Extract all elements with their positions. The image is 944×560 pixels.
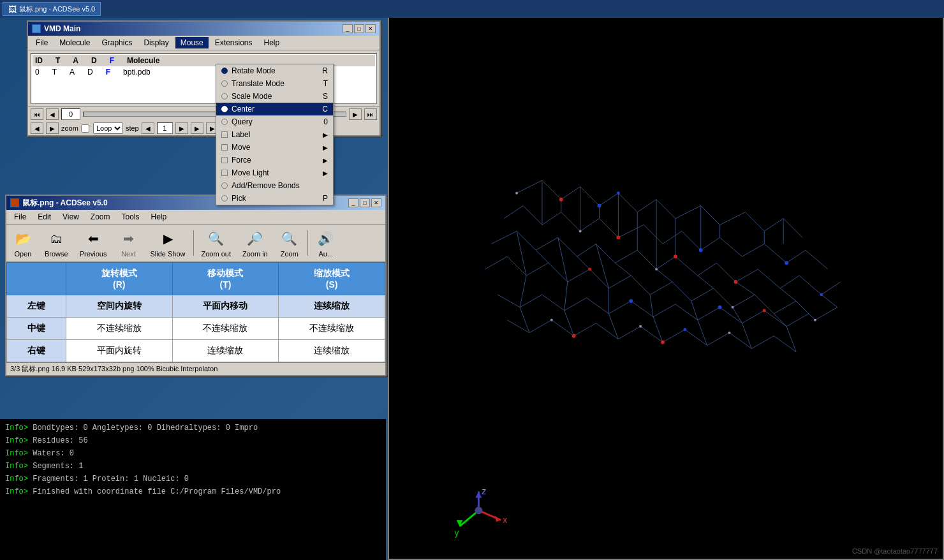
menu-move[interactable]: Move ▶ — [216, 141, 333, 154]
next-button[interactable]: ➡ Next — [114, 227, 142, 259]
play-end-button[interactable]: ⏭ — [364, 108, 377, 120]
svg-line-95 — [653, 304, 675, 317]
zoom-checkbox[interactable] — [81, 124, 89, 133]
table-cell-right-move: 连续缩放 — [172, 340, 279, 362]
acdsee-menu-file[interactable]: File — [9, 211, 31, 223]
svg-line-84 — [698, 276, 714, 288]
move-arrow: ▶ — [323, 144, 328, 151]
svg-line-27 — [764, 244, 786, 263]
maximize-button[interactable]: □ — [354, 24, 364, 33]
svg-line-62 — [796, 301, 815, 320]
previous-button[interactable]: ⬅ Previous — [76, 227, 111, 259]
play-prev-button[interactable]: ◀ — [46, 108, 59, 120]
menu-add-remove-bonds[interactable]: Add/Remove Bonds — [216, 179, 333, 192]
step-input[interactable] — [157, 122, 173, 134]
menu-query[interactable]: Query 0 — [216, 115, 333, 128]
svg-line-119 — [691, 301, 698, 320]
menu-label[interactable]: Label ▶ — [216, 128, 333, 141]
svg-point-152 — [814, 319, 816, 321]
mol-canvas[interactable]: y z x CSDN @taotaotao7777777 — [389, 15, 943, 559]
svg-line-5 — [618, 193, 637, 212]
step-down-button[interactable]: ◀ — [142, 122, 154, 134]
svg-line-63 — [815, 307, 837, 320]
svg-line-31 — [517, 231, 536, 250]
svg-line-14 — [504, 206, 523, 219]
center-radio — [221, 106, 228, 112]
acdsee-menu-edit[interactable]: Edit — [33, 211, 56, 223]
svg-line-2 — [561, 187, 580, 200]
menu-display[interactable]: Display — [138, 37, 173, 48]
menu-center[interactable]: Center C — [216, 103, 333, 115]
close-button[interactable]: ✕ — [365, 24, 376, 33]
svg-line-124 — [608, 314, 618, 339]
svg-line-55 — [650, 282, 672, 295]
svg-line-105 — [574, 323, 596, 336]
svg-line-23 — [682, 231, 701, 250]
table-header-scale: 缩放模式(S) — [279, 263, 385, 295]
menu-file[interactable]: File — [31, 37, 53, 48]
acdsee-menu-zoom[interactable]: Zoom — [85, 211, 115, 223]
svg-point-137 — [598, 204, 601, 208]
open-button[interactable]: 📂 Open — [9, 227, 37, 259]
zoom-in-button[interactable]: 🔎 Zoom in — [239, 227, 272, 259]
loop-select[interactable]: Loop — [93, 122, 123, 134]
table-header-move: 移动模式(T) — [172, 263, 279, 295]
menu-molecule[interactable]: Molecule — [54, 37, 95, 48]
terminal-text-4: Segments: 1 — [33, 462, 83, 471]
browse-button[interactable]: 🗂 Browse — [41, 227, 72, 259]
play-next-button[interactable]: ▶ — [349, 108, 362, 120]
play-start-button[interactable]: ⏮ — [31, 108, 43, 120]
svg-line-22 — [663, 231, 682, 244]
play-stop-button[interactable]: ▶ — [191, 122, 203, 134]
svg-line-121 — [774, 314, 786, 327]
menu-move-light[interactable]: Move Light ▶ — [216, 166, 333, 179]
play-fwd-button[interactable]: ▶ — [46, 122, 59, 134]
menu-rotate-mode[interactable]: Rotate Mode R — [216, 64, 333, 77]
menu-force[interactable]: Force ▶ — [216, 154, 333, 166]
svg-point-150 — [639, 325, 642, 328]
svg-point-144 — [820, 293, 823, 296]
mode-table: 旋转模式(R) 移动模式(T) 缩放模式(S) 左键 空间内旋转 平面内移动 连… — [6, 262, 385, 362]
menu-help[interactable]: Help — [259, 37, 285, 48]
move-label: Move — [232, 143, 250, 152]
acdsee-menu-help[interactable]: Help — [146, 211, 172, 223]
zoom-out-button[interactable]: 🔍 Zoom out — [198, 227, 235, 259]
acdsee-menu-view[interactable]: View — [57, 211, 84, 223]
add-remove-bonds-label: Add/Remove Bonds — [232, 181, 300, 190]
menu-graphics[interactable]: Graphics — [96, 37, 137, 48]
step-up-button[interactable]: ▶ — [175, 122, 188, 134]
zoom-button[interactable]: 🔍 Zoom — [276, 227, 304, 259]
menu-extensions[interactable]: Extensions — [210, 37, 258, 48]
svg-line-122 — [520, 307, 529, 333]
menu-translate-mode[interactable]: Translate Mode T — [216, 77, 333, 90]
acdsee-minimize-button[interactable]: _ — [348, 198, 358, 207]
scale-mode-shortcut: S — [323, 92, 328, 101]
svg-line-6 — [637, 200, 656, 212]
svg-line-33 — [558, 237, 577, 256]
frame-input[interactable] — [61, 108, 80, 120]
menu-pick[interactable]: Pick P — [216, 192, 333, 205]
audio-button[interactable]: 🔊 Au... — [312, 227, 340, 259]
minimize-button[interactable]: _ — [343, 24, 353, 33]
menu-scale-mode[interactable]: Scale Mode S — [216, 90, 333, 103]
svg-line-15 — [523, 206, 542, 225]
svg-point-136 — [588, 268, 591, 271]
vmd-window-controls: _ □ ✕ — [343, 24, 376, 33]
zoom-label-btn: Zoom — [281, 250, 299, 258]
svg-line-26 — [742, 244, 764, 256]
play-back-button[interactable]: ◀ — [31, 122, 43, 134]
svg-line-120 — [733, 307, 742, 323]
audio-label: Au... — [318, 250, 333, 258]
svg-line-85 — [735, 282, 755, 295]
acdsee-close-button[interactable]: ✕ — [371, 198, 381, 207]
svg-line-92 — [587, 298, 609, 314]
acdsee-maximize-button[interactable]: □ — [360, 198, 370, 207]
acdsee-menu-tools[interactable]: Tools — [117, 211, 145, 223]
svg-line-123 — [564, 311, 574, 336]
menu-mouse[interactable]: Mouse — [175, 37, 209, 48]
svg-line-39 — [675, 256, 698, 276]
slideshow-button[interactable]: ▶ Slide Show — [146, 227, 189, 259]
taskbar-item-vmd[interactable]: 🖼 鼠标.png - ACDSee v5.0 — [3, 2, 101, 16]
svg-line-93 — [608, 301, 631, 314]
svg-point-146 — [579, 230, 582, 232]
